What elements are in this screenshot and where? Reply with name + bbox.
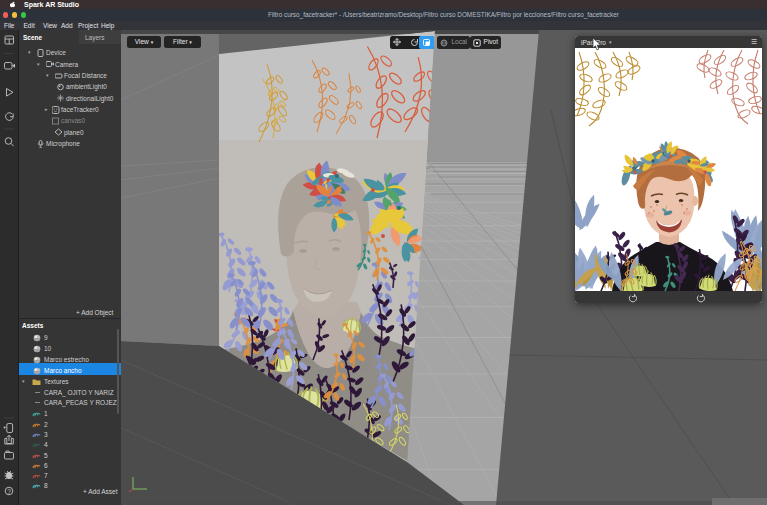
svg-text:?: ? — [7, 488, 11, 495]
